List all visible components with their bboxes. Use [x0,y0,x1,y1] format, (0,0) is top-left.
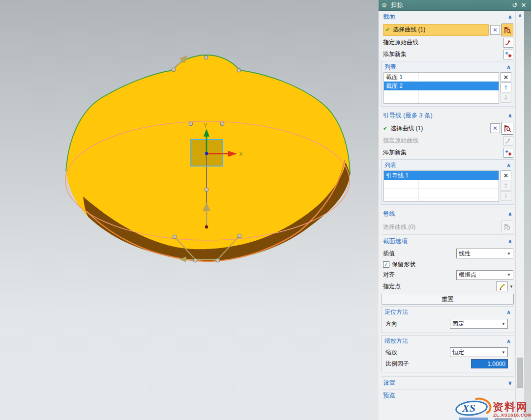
direction-value: 固定 [452,320,502,328]
scale-factor-input[interactable]: 1.0000 [471,359,508,368]
curve-flag-icon [503,26,511,34]
guides-add-new-set-label: 添加新集 [383,148,407,157]
chevron-up-icon[interactable]: ∧ [508,235,512,248]
chevron-down-icon: ▼ [502,322,505,326]
section-header-settings[interactable]: 设置 ∨ [381,377,515,389]
guides-specify-original-button-disabled[interactable] [503,136,513,146]
axis-y-label: Y [204,122,207,129]
viewport-canvas[interactable]: Y X [0,0,379,420]
reset-button-label: 重置 [442,295,454,304]
chevron-down-icon[interactable]: ▼ [509,284,513,289]
specify-original-curve-label: 指定原始曲线 [383,38,418,47]
list-item-guide-1-selected[interactable]: 引导线 1 [384,171,499,180]
scale-value: 恒定 [452,348,502,357]
guides-add-new-set-button[interactable] [503,148,513,158]
section-header-spine[interactable]: 脊线 ∧ [381,208,515,220]
section-header-options[interactable]: 截面选项 ∧ [381,235,515,248]
spine-select-curve-label: 选择曲线 (0) [383,223,415,231]
scale-dropdown[interactable]: 恒定 ▼ [450,347,508,357]
specify-point-button[interactable] [496,281,508,291]
panel-scrollbar[interactable]: ∧ [515,11,524,420]
spine-curve-rule-button-disabled[interactable] [502,221,513,233]
reset-dialog-button[interactable]: ↺ [510,1,519,9]
guides-list-group: 列表 ∧ 引导线 1 ✕ ⇧ [381,159,514,205]
chevron-up-icon[interactable]: ∧ [506,61,511,72]
section-header-section[interactable]: 截面 ∧ [381,11,515,23]
chevron-down-icon: ▼ [507,252,511,256]
chevron-up-icon[interactable]: ∧ [508,11,512,23]
interpolation-dropdown[interactable]: 线性 ▼ [456,249,513,258]
dialog-content: 截面 ∧ ✔ 选择曲线 (1) ✕ [379,11,515,420]
scaling-header[interactable]: 缩放方法 ∧ [384,336,512,346]
scroll-up-arrow[interactable]: ∧ [516,13,524,18]
section-header-preview[interactable]: 预览 [381,390,515,401]
section-header-label: 截面 [383,11,395,23]
direction-dropdown[interactable]: 固定 ▼ [450,319,508,329]
list-empty-row[interactable] [384,189,499,197]
list-group-header[interactable]: 列表 ∧ [384,160,512,170]
arrow-up-icon: ⇧ [503,182,508,189]
settings-header-label: 设置 [383,377,395,389]
list-empty-row[interactable] [384,180,499,189]
section-list-group: 列表 ∧ 截面 1 截面 2 ✕ ⇧ [381,61,514,107]
move-down-button-disabled[interactable]: ⇩ [501,93,511,103]
add-new-set-button[interactable] [503,50,513,59]
section-separator [382,389,514,390]
arrow-down-icon: ⇩ [503,94,508,101]
list-group-header[interactable]: 列表 ∧ [384,61,512,72]
interpolation-value: 线性 [459,250,507,258]
guides-remove-item-button[interactable]: ✕ [501,170,511,180]
interpolation-label: 插值 [383,250,395,258]
section-header-guides[interactable]: 引导线 (最多 3 条) ∧ [381,110,515,122]
chevron-up-icon[interactable]: ∧ [508,110,512,122]
chevron-up-icon[interactable]: ∧ [506,307,511,317]
viewport-3d[interactable]: Y X [0,0,379,420]
origin-point [205,152,208,155]
guides-move-up-button-disabled[interactable]: ⇧ [501,181,511,191]
dialog-titlebar[interactable]: ⚙ 扫掠 ↺ ✕ [379,0,531,11]
specify-original-curve-button[interactable] [503,38,513,48]
chevron-down-icon: ▼ [507,273,511,277]
reset-button[interactable]: 重置 [382,294,514,305]
align-dropdown[interactable]: 根据点 ▼ [456,270,513,280]
scale-factor-value: 1.0000 [487,361,505,367]
section-separator [382,109,514,109]
chevron-up-icon[interactable]: ∧ [506,160,511,170]
align-value: 根据点 [459,271,507,279]
window-edge-strip [524,11,531,420]
guides-list[interactable]: 引导线 1 [384,170,499,202]
original-curve-icon [505,39,512,46]
list-empty-row[interactable] [384,90,499,99]
point-wand-icon [499,283,506,290]
curve-rule-button[interactable] [502,24,513,36]
scrollbar-thumb[interactable] [517,358,523,388]
delete-icon: ✕ [503,172,509,179]
section-list[interactable]: 截面 1 截面 2 [384,72,499,104]
positioning-header[interactable]: 定位方法 ∧ [384,307,512,317]
guides-specify-original-label: 指定原始曲线 [383,137,418,145]
add-set-icon [505,51,512,58]
chevron-up-icon[interactable]: ∧ [508,208,512,220]
spine-header-label: 脊线 [383,208,395,220]
list-label: 列表 [384,160,396,170]
chevron-down-icon[interactable]: ∨ [508,377,512,389]
section-separator [382,376,514,377]
select-curve-row-active[interactable]: ✔ 选择曲线 (1) [383,24,489,36]
check-icon: ✔ [383,125,387,132]
preserve-shape-label: 保留形状 [392,260,415,269]
chevron-up-icon[interactable]: ∧ [506,336,511,346]
gear-icon: ⚙ [382,2,387,9]
guides-move-down-button-disabled[interactable]: ⇩ [501,191,511,201]
list-item-section-2-selected[interactable]: 截面 2 [384,82,499,90]
deselect-icon: ✕ [493,125,498,132]
list-item-section-1[interactable]: 截面 1 [384,73,499,82]
guides-deselect-button[interactable]: ✕ [490,123,500,133]
section-separator [382,234,514,235]
close-icon[interactable]: ✕ [519,1,528,9]
move-up-button[interactable]: ⇧ [501,83,511,92]
preserve-shape-checkbox[interactable]: ✓ [383,261,389,268]
guides-curve-rule-button[interactable] [502,122,513,135]
sweep-dialog: ⚙ 扫掠 ↺ ✕ 截面 ∧ ✔ 选择曲线 (1) [379,0,531,420]
remove-list-item-button[interactable]: ✕ [501,72,511,82]
deselect-button[interactable]: ✕ [490,25,500,35]
